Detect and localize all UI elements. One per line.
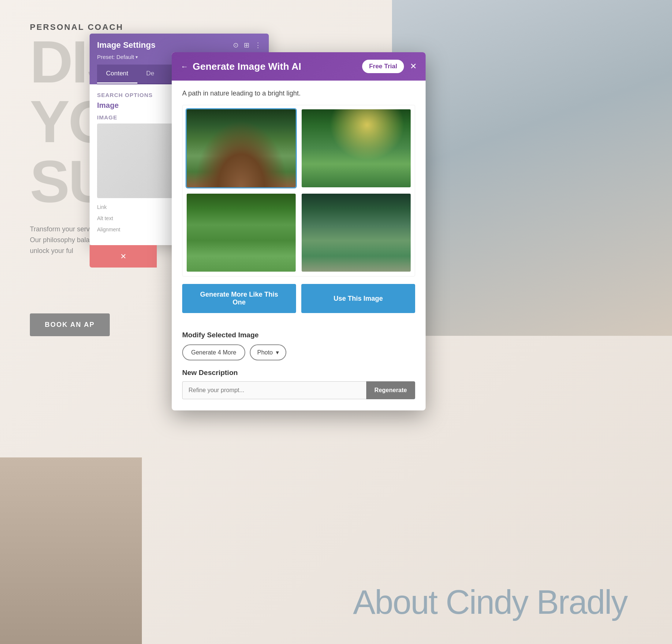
new-description-row: Regenerate <box>182 381 415 399</box>
generate-more-button[interactable]: Generate More Like This One <box>182 284 296 313</box>
tab-design[interactable]: De <box>137 65 164 84</box>
ai-modal-header: ← Generate Image With AI Free Trial ✕ <box>172 52 426 81</box>
dropdown-arrow-icon: ▾ <box>276 349 279 356</box>
tab-content-label: Content <box>106 70 128 77</box>
delete-bar[interactable]: ✕ <box>90 245 157 268</box>
ai-modal-title-row: ← Generate Image With AI <box>181 61 301 72</box>
ai-action-buttons: Generate More Like This One Use This Ima… <box>182 284 415 313</box>
ai-prompt-text: A path in nature leading to a bright lig… <box>182 90 415 97</box>
ai-image-grid <box>182 105 415 276</box>
free-trial-badge[interactable]: Free Trial <box>362 60 404 73</box>
bg-right-image <box>392 0 672 336</box>
target-icon[interactable]: ⊙ <box>233 41 239 49</box>
forest-image-4 <box>302 194 411 272</box>
refine-prompt-input[interactable] <box>182 381 366 399</box>
modify-label: Modify Selected Image <box>182 331 415 339</box>
modify-controls: Generate 4 More Photo ▾ <box>182 344 415 360</box>
ai-modal-body: A path in nature leading to a bright lig… <box>172 81 426 331</box>
use-image-button[interactable]: Use This Image <box>301 284 415 313</box>
ai-image-cell-3[interactable] <box>186 193 297 273</box>
preset-arrow-icon: ▾ <box>136 54 138 60</box>
preset-label: Preset: Default <box>97 54 134 60</box>
photo-dropdown[interactable]: Photo ▾ <box>250 344 286 360</box>
forest-image-1 <box>187 109 296 187</box>
ai-modal-title: Generate Image With AI <box>193 61 301 72</box>
tab-design-label: De <box>146 70 155 77</box>
forest-image-3 <box>187 194 296 272</box>
bg-bottom-left-image <box>0 457 142 644</box>
forest-image-2 <box>302 109 411 187</box>
ai-image-cell-4[interactable] <box>301 193 412 273</box>
panel-title-row: Image Settings ⊙ ⊞ ⋮ <box>97 40 261 54</box>
panel-icons: ⊙ ⊞ ⋮ <box>233 41 261 49</box>
back-arrow-icon[interactable]: ← <box>181 62 188 71</box>
bg-book-button[interactable]: BOOK AN AP <box>30 313 110 336</box>
generate-4-more-button[interactable]: Generate 4 More <box>182 344 245 360</box>
bg-about-text: About Cindy Bradly <box>353 583 627 622</box>
panel-title: Image Settings <box>97 40 155 50</box>
tab-content[interactable]: Content <box>97 65 137 84</box>
close-button[interactable]: ✕ <box>410 62 417 71</box>
ai-modal-header-right: Free Trial ✕ <box>362 60 417 73</box>
more-icon[interactable]: ⋮ <box>255 41 261 49</box>
regenerate-button[interactable]: Regenerate <box>366 381 415 399</box>
modify-section: Modify Selected Image Generate 4 More Ph… <box>172 331 426 399</box>
grid-icon[interactable]: ⊞ <box>244 41 249 49</box>
ai-image-cell-2[interactable] <box>301 108 412 188</box>
delete-icon: ✕ <box>120 252 127 260</box>
ai-generate-modal: ← Generate Image With AI Free Trial ✕ A … <box>172 52 426 410</box>
new-description-label: New Description <box>182 369 415 377</box>
ai-image-cell-1[interactable] <box>186 108 297 188</box>
photo-option-label: Photo <box>257 349 273 356</box>
